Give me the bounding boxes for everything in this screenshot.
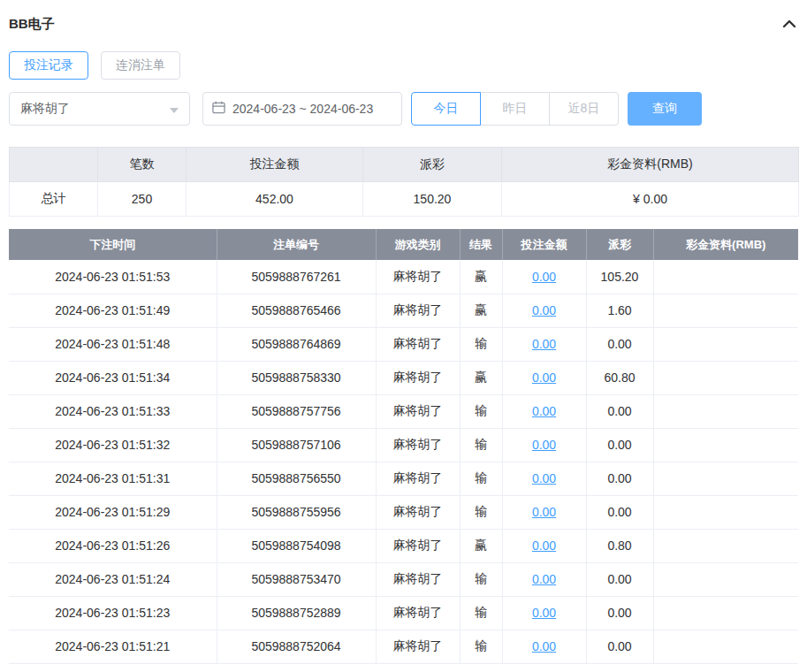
- result-cell: 输: [460, 495, 502, 529]
- bet-amount-link[interactable]: 0.00: [532, 606, 556, 620]
- collapse-panel-button[interactable]: [780, 16, 798, 33]
- game-type-select-value: 麻将胡了: [20, 101, 70, 117]
- bet-time-cell: 2024-06-23 01:51:31: [9, 462, 217, 495]
- summary-header-count: 笔数: [98, 148, 187, 182]
- chevron-down-icon: [170, 102, 179, 116]
- result-cell: 赢: [460, 529, 502, 562]
- bet-amount-link[interactable]: 0.00: [532, 639, 556, 653]
- bet-table-body: 2024-06-23 01:51:535059888767261麻将胡了赢0.0…: [9, 260, 798, 663]
- bet-time-cell: 2024-06-23 01:51:21: [9, 630, 217, 663]
- bet-amount-link[interactable]: 0.00: [532, 471, 556, 485]
- bet-amount-cell: 0.00: [502, 529, 586, 562]
- summary-total-bonus: ¥ 0.00: [502, 182, 799, 217]
- game-type-cell: 麻将胡了: [376, 562, 460, 596]
- quick-date-group: 今日 昨日 近8日: [411, 92, 619, 126]
- quick-yesterday-button[interactable]: 昨日: [480, 92, 550, 126]
- result-cell: 输: [460, 630, 502, 663]
- bonus-cell: [653, 260, 798, 294]
- bonus-cell: [653, 327, 798, 361]
- game-type-cell: 麻将胡了: [376, 495, 460, 529]
- col-bonus: 彩金资料(RMB): [653, 229, 798, 260]
- bet-amount-link[interactable]: 0.00: [532, 438, 556, 452]
- game-type-cell: 麻将胡了: [376, 327, 460, 361]
- bonus-cell: [653, 361, 798, 394]
- bet-table-header-row: 下注时间 注单编号 游戏类别 结果 投注金额 派彩 彩金资料(RMB): [9, 229, 798, 260]
- table-row: 2024-06-23 01:51:235059888752889麻将胡了输0.0…: [9, 596, 798, 630]
- bonus-cell: [653, 428, 798, 462]
- bet-id-cell: 5059888754098: [217, 529, 376, 562]
- bonus-cell: [653, 394, 798, 428]
- bet-amount-link[interactable]: 0.00: [532, 303, 556, 317]
- col-bet-amount: 投注金额: [502, 229, 586, 260]
- bet-record-panel: BB电子 投注记录 连消注单 麻将胡了 2024-06-23 ~ 2024-06…: [0, 0, 807, 672]
- quick-today-button[interactable]: 今日: [411, 92, 481, 126]
- search-button[interactable]: 查询: [628, 92, 702, 126]
- payout-cell: 0.00: [586, 394, 653, 428]
- bonus-cell: [653, 495, 798, 529]
- bet-time-cell: 2024-06-23 01:51:34: [9, 361, 217, 394]
- date-range-input[interactable]: 2024-06-23 ~ 2024-06-23: [202, 92, 402, 126]
- bet-amount-link[interactable]: 0.00: [532, 505, 556, 519]
- game-type-select[interactable]: 麻将胡了: [9, 92, 190, 126]
- bet-amount-link[interactable]: 0.00: [532, 404, 556, 418]
- bet-id-cell: 5059888752064: [217, 630, 376, 663]
- table-row: 2024-06-23 01:51:345059888758330麻将胡了赢0.0…: [9, 361, 798, 394]
- summary-total-row: 总计 250 452.00 150.20 ¥ 0.00: [10, 182, 799, 217]
- payout-cell: 0.00: [586, 630, 653, 663]
- filter-bar: 麻将胡了 2024-06-23 ~ 2024-06-23 今日 昨日 近8日 查…: [9, 92, 798, 126]
- bet-amount-link[interactable]: 0.00: [532, 270, 556, 284]
- summary-header-blank: [10, 148, 98, 182]
- result-cell: 输: [460, 462, 502, 495]
- tab-cascade-orders[interactable]: 连消注单: [101, 51, 180, 80]
- bonus-cell: [653, 596, 798, 630]
- payout-cell: 0.00: [586, 596, 653, 630]
- bet-id-cell: 5059888764869: [217, 327, 376, 361]
- summary-header-payout: 派彩: [363, 148, 502, 182]
- result-cell: 输: [460, 394, 502, 428]
- summary-table: 笔数 投注金额 派彩 彩金资料(RMB) 总计 250 452.00 150.2…: [9, 147, 799, 217]
- table-row: 2024-06-23 01:51:325059888757106麻将胡了输0.0…: [9, 428, 798, 462]
- record-tabs: 投注记录 连消注单: [9, 51, 798, 80]
- bet-id-cell: 5059888765466: [217, 294, 376, 327]
- bet-amount-cell: 0.00: [502, 462, 586, 495]
- quick-last8days-button[interactable]: 近8日: [549, 92, 619, 126]
- col-bet-time: 下注时间: [9, 229, 217, 260]
- summary-total-count: 250: [98, 182, 187, 217]
- bet-amount-link[interactable]: 0.00: [532, 370, 556, 385]
- bet-amount-cell: 0.00: [502, 260, 586, 294]
- calendar-icon: [212, 101, 225, 117]
- tab-bet-records[interactable]: 投注记录: [9, 51, 88, 80]
- bet-amount-link[interactable]: 0.00: [532, 337, 556, 351]
- bet-amount-link[interactable]: 0.00: [532, 538, 556, 553]
- summary-header-bonus: 彩金资料(RMB): [502, 148, 799, 182]
- payout-cell: 0.80: [586, 529, 653, 562]
- bet-id-cell: 5059888756550: [217, 462, 376, 495]
- game-type-cell: 麻将胡了: [376, 529, 460, 562]
- summary-total-payout: 150.20: [363, 182, 502, 217]
- chevron-up-icon: [782, 18, 796, 31]
- bonus-cell: [653, 562, 798, 596]
- result-cell: 赢: [460, 260, 502, 294]
- bet-amount-cell: 0.00: [502, 394, 586, 428]
- table-row: 2024-06-23 01:51:215059888752064麻将胡了输0.0…: [9, 630, 798, 663]
- game-type-cell: 麻将胡了: [376, 630, 460, 663]
- payout-cell: 60.80: [586, 361, 653, 394]
- table-row: 2024-06-23 01:51:535059888767261麻将胡了赢0.0…: [9, 260, 798, 294]
- bet-id-cell: 5059888757106: [217, 428, 376, 462]
- bet-id-cell: 5059888753470: [217, 562, 376, 596]
- bet-amount-cell: 0.00: [502, 562, 586, 596]
- summary-header-row: 笔数 投注金额 派彩 彩金资料(RMB): [10, 148, 799, 182]
- game-type-cell: 麻将胡了: [376, 361, 460, 394]
- table-row: 2024-06-23 01:51:245059888753470麻将胡了输0.0…: [9, 562, 798, 596]
- payout-cell: 0.00: [586, 462, 653, 495]
- bet-amount-link[interactable]: 0.00: [532, 572, 556, 586]
- page-title: BB电子: [9, 16, 55, 33]
- bonus-cell: [653, 462, 798, 495]
- bet-time-cell: 2024-06-23 01:51:29: [9, 495, 217, 529]
- payout-cell: 0.00: [586, 562, 653, 596]
- bet-id-cell: 5059888752889: [217, 596, 376, 630]
- bet-time-cell: 2024-06-23 01:51:32: [9, 428, 217, 462]
- bet-amount-cell: 0.00: [502, 361, 586, 394]
- payout-cell: 1.60: [586, 294, 653, 327]
- bet-amount-cell: 0.00: [502, 630, 586, 663]
